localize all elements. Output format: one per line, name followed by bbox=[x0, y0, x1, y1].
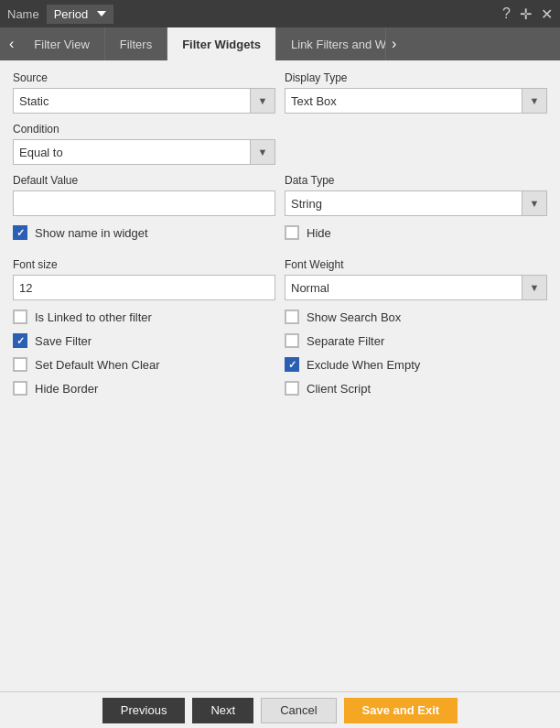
condition-label: Condition bbox=[13, 123, 275, 136]
source-select-wrapper: Static Dynamic ▼ bbox=[13, 88, 275, 114]
show-name-label: Show name in widget bbox=[35, 226, 148, 240]
name-label: Name bbox=[7, 7, 39, 21]
source-label: Source bbox=[13, 71, 275, 84]
default-value-input[interactable] bbox=[13, 190, 275, 216]
save-exit-button[interactable]: Save and Exit bbox=[344, 698, 458, 723]
tab-prev-arrow[interactable]: ‹ bbox=[4, 36, 19, 52]
move-icon[interactable]: ✛ bbox=[520, 5, 532, 23]
exclude-empty-label: Exclude When Empty bbox=[307, 358, 420, 372]
hide-checkbox-row: Hide bbox=[285, 225, 547, 240]
font-weight-select[interactable]: Normal Bold Italic bbox=[285, 275, 547, 300]
close-icon[interactable]: ✕ bbox=[541, 5, 553, 23]
is-linked-row: Is Linked to other filter bbox=[13, 310, 275, 324]
footer: Previous Next Cancel Save and Exit bbox=[0, 691, 560, 728]
period-dropdown[interactable]: Period bbox=[47, 5, 114, 24]
top-bar-left: Name Period bbox=[7, 5, 113, 24]
display-type-field: Display Type Text Box Dropdown Date Pick… bbox=[285, 71, 547, 114]
save-filter-checkbox[interactable] bbox=[13, 333, 27, 348]
font-weight-select-wrapper: Normal Bold Italic ▼ bbox=[285, 275, 547, 300]
display-type-select-wrapper: Text Box Dropdown Date Picker ▼ bbox=[285, 88, 547, 114]
is-linked-checkbox[interactable] bbox=[13, 310, 27, 324]
condition-spacer bbox=[285, 123, 547, 165]
checkboxes-right-col: Show Search Box Separate Filter Exclude … bbox=[285, 310, 547, 405]
top-bar-icons: ? ✛ ✕ bbox=[502, 5, 553, 23]
display-type-select[interactable]: Text Box Dropdown Date Picker bbox=[285, 88, 547, 114]
tab-link-filters[interactable]: Link Filters and Widge bbox=[276, 27, 386, 60]
source-select[interactable]: Static Dynamic bbox=[13, 88, 275, 114]
save-filter-row: Save Filter bbox=[13, 333, 275, 348]
data-type-select[interactable]: String Integer Float Date bbox=[285, 190, 547, 216]
set-default-label: Set Default When Clear bbox=[35, 358, 160, 372]
previous-button[interactable]: Previous bbox=[102, 698, 186, 723]
show-name-checkbox[interactable] bbox=[13, 225, 27, 240]
hide-border-checkbox[interactable] bbox=[13, 381, 27, 396]
font-weight-label: Font Weight bbox=[285, 258, 547, 271]
cancel-button[interactable]: Cancel bbox=[261, 698, 336, 723]
client-script-row: Client Script bbox=[285, 381, 547, 396]
condition-row: Condition Equal to Not Equal to Contains… bbox=[13, 123, 547, 165]
default-value-label: Default Value bbox=[13, 174, 275, 187]
help-icon[interactable]: ? bbox=[502, 5, 511, 23]
hide-border-label: Hide Border bbox=[35, 382, 98, 396]
show-name-hide-row: Show name in widget Hide bbox=[13, 225, 547, 249]
hide-label: Hide bbox=[307, 226, 331, 240]
save-filter-label: Save Filter bbox=[35, 334, 92, 348]
separate-filter-row: Separate Filter bbox=[285, 333, 547, 348]
display-type-label: Display Type bbox=[285, 71, 547, 84]
data-type-field: Data Type String Integer Float Date ▼ bbox=[285, 174, 547, 216]
source-field: Source Static Dynamic ▼ bbox=[13, 71, 275, 114]
exclude-empty-row: Exclude When Empty bbox=[285, 357, 547, 372]
set-default-checkbox[interactable] bbox=[13, 357, 27, 372]
data-type-label: Data Type bbox=[285, 174, 547, 187]
default-value-field: Default Value bbox=[13, 174, 275, 216]
period-arrow-icon bbox=[97, 11, 106, 16]
period-label: Period bbox=[54, 7, 89, 21]
tab-filter-widgets[interactable]: Filter Widgets bbox=[167, 27, 276, 60]
set-default-row: Set Default When Clear bbox=[13, 357, 275, 372]
is-linked-label: Is Linked to other filter bbox=[35, 310, 152, 324]
condition-select-wrapper: Equal to Not Equal to Contains ▼ bbox=[13, 139, 275, 165]
separate-filter-checkbox[interactable] bbox=[285, 333, 299, 348]
font-size-label: Font size bbox=[13, 258, 275, 271]
tab-filters[interactable]: Filters bbox=[105, 27, 167, 60]
client-script-label: Client Script bbox=[307, 382, 371, 396]
show-name-checkbox-row: Show name in widget bbox=[13, 225, 275, 240]
font-row: Font size Font Weight Normal Bold Italic… bbox=[13, 258, 547, 300]
checkboxes-left-col: Is Linked to other filter Save Filter Se… bbox=[13, 310, 275, 405]
font-weight-field: Font Weight Normal Bold Italic ▼ bbox=[285, 258, 547, 300]
font-size-field: Font size bbox=[13, 258, 275, 300]
top-bar: Name Period ? ✛ ✕ bbox=[0, 0, 560, 27]
data-type-select-wrapper: String Integer Float Date ▼ bbox=[285, 190, 547, 216]
hide-field: Hide bbox=[285, 225, 547, 249]
show-search-row: Show Search Box bbox=[285, 310, 547, 324]
next-button[interactable]: Next bbox=[192, 698, 253, 723]
separate-filter-label: Separate Filter bbox=[307, 334, 384, 348]
show-search-label: Show Search Box bbox=[307, 310, 401, 324]
default-datatype-row: Default Value Data Type String Integer F… bbox=[13, 174, 547, 216]
font-size-input[interactable] bbox=[13, 275, 275, 300]
tab-filter-view[interactable]: Filter View bbox=[19, 27, 104, 60]
hide-checkbox[interactable] bbox=[285, 225, 299, 240]
tab-navigation: ‹ Filter View Filters Filter Widgets Lin… bbox=[0, 27, 560, 60]
client-script-checkbox[interactable] bbox=[285, 381, 299, 396]
condition-select[interactable]: Equal to Not Equal to Contains bbox=[13, 139, 275, 165]
show-name-field: Show name in widget bbox=[13, 225, 275, 249]
checkboxes-section: Is Linked to other filter Save Filter Se… bbox=[13, 310, 547, 405]
show-search-checkbox[interactable] bbox=[285, 310, 299, 324]
condition-field: Condition Equal to Not Equal to Contains… bbox=[13, 123, 275, 165]
main-content: Source Static Dynamic ▼ Display Type Tex… bbox=[0, 60, 560, 416]
source-displaytype-row: Source Static Dynamic ▼ Display Type Tex… bbox=[13, 71, 547, 114]
tab-next-arrow[interactable]: › bbox=[386, 36, 402, 52]
hide-border-row: Hide Border bbox=[13, 381, 275, 396]
exclude-empty-checkbox[interactable] bbox=[285, 357, 299, 372]
